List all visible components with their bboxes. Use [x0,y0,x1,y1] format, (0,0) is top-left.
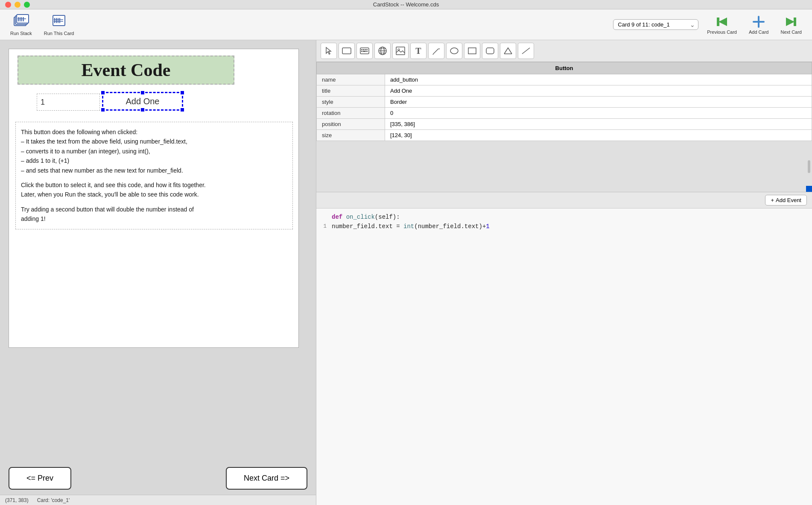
tool-webview[interactable] [374,43,391,59]
svg-rect-35 [396,47,405,55]
previous-card-label: Previous Card [707,29,737,35]
tool-roundrect[interactable] [482,43,498,59]
desc-line-4: – adds 1 to it, (+1) [21,156,287,165]
svg-rect-42 [486,48,494,54]
next-card-button[interactable]: Next Card [777,13,805,36]
tool-text[interactable]: T [410,43,426,59]
selection-handle-br [180,108,184,112]
table-row: size[124, 30] [317,130,812,141]
code-line-def: def on_click(self): [316,214,812,223]
next-card-toolbar-label: Next Card [780,29,802,35]
desc-line-5: – and sets that new number as the new te… [21,166,287,175]
tool-oval[interactable] [446,43,462,59]
right-panel: T [316,40,812,505]
prop-key: size [317,130,385,141]
table-row: styleBorder [317,97,812,108]
props-header: Button [317,62,812,74]
svg-rect-16 [717,18,719,26]
next-card-canvas-label: Next Card => [244,474,289,482]
event-code-text: Event Code [82,60,171,80]
previous-card-icon [715,15,729,29]
blue-handle [806,186,812,192]
add-event-label: Add Event [776,197,801,203]
svg-rect-28 [363,51,366,52]
table-row: rotation0 [317,108,812,119]
number-field[interactable]: 1 [37,94,100,111]
tool-image[interactable] [392,43,409,59]
status-card: Card: 'code_1' [37,497,70,503]
prop-key: rotation [317,108,385,119]
tool-button[interactable] [339,43,355,59]
selection-handle-bm [140,108,145,112]
desc-line-3: – converts it to a number (an integer), … [21,147,287,156]
prop-key: style [317,97,385,108]
event-code-label: Event Code [18,56,234,85]
desc-line-7: Later, when you Run the stack, you'll be… [21,190,287,199]
add-card-icon [752,15,765,29]
svg-line-37 [433,49,438,54]
previous-card-button[interactable]: Previous Card [704,13,740,36]
table-row: titleAdd One [317,85,812,97]
desc-line-1: This button does the following when clic… [21,127,287,137]
minimize-button[interactable] [15,2,20,8]
next-card-icon [784,15,798,29]
prop-key: title [317,85,385,97]
table-row: position[335, 386] [317,119,812,130]
title-bar: CardStock -- Welcome.cds [0,0,812,9]
code-section: + Add Event def on_click(self): 1 number… [316,192,812,505]
canvas-scroll: Event Code 1 Add One [0,40,316,462]
svg-marker-19 [786,18,794,26]
tool-keyboard[interactable] [356,43,373,59]
svg-rect-21 [342,48,351,54]
close-button[interactable] [5,2,11,8]
code-editor[interactable]: def on_click(self): 1 number_field.text … [316,208,812,505]
resize-handle[interactable] [808,160,810,173]
svg-point-40 [450,48,458,54]
tool-pointer[interactable] [321,43,337,59]
tool-line[interactable] [518,43,534,59]
card-selector[interactable]: Card 9 of 11: code_1 [613,19,698,30]
next-card-canvas-button[interactable]: Next Card => [226,467,307,490]
tool-poly[interactable] [500,43,516,59]
add-card-label: Add Card [749,29,768,35]
desc-line-6: Click the button to select it, and see t… [21,180,287,190]
tool-rect[interactable] [464,43,480,59]
prop-key: position [317,119,385,130]
toolbar: Run Stack Run This Card Card 9 of 11: co… [0,9,812,40]
prop-key: name [317,74,385,85]
description-area: This button does the following when clic… [15,122,293,229]
tool-palette: T [316,40,812,62]
run-this-card-button[interactable]: Run This Card [41,12,78,38]
inspector-empty [316,141,812,192]
properties-table: Button nameadd_buttontitleAdd OnestyleBo… [316,62,812,141]
add-event-button[interactable]: + Add Event [765,195,807,206]
svg-line-44 [522,48,530,54]
line-num-1: 1 [316,223,332,229]
window-controls [5,2,30,8]
prop-value: [335, 386] [385,119,812,130]
prev-card-button[interactable]: <= Prev [9,467,71,490]
svg-rect-20 [794,18,796,26]
prev-card-label: <= Prev [26,474,53,482]
add-one-label: Add One [126,97,160,106]
card-selector-wrap: Card 9 of 11: code_1 [613,19,698,30]
svg-rect-23 [361,49,362,50]
tool-pen[interactable] [428,43,444,59]
card-canvas: Event Code 1 Add One [9,49,299,348]
add-one-button[interactable]: Add One [102,92,183,111]
svg-rect-24 [363,49,364,50]
svg-rect-26 [366,49,368,50]
prop-value: Add One [385,85,812,97]
add-card-button[interactable]: Add Card [745,13,772,36]
run-stack-button[interactable]: Run Stack [7,12,35,38]
svg-line-39 [433,54,433,55]
add-event-icon: + [771,197,774,203]
code-toolbar: + Add Event [316,192,812,208]
status-bar: (371, 383) Card: 'code_1' [0,495,316,505]
svg-rect-29 [366,51,368,52]
maximize-button[interactable] [24,2,30,8]
run-stack-icon [13,14,29,29]
card-selector-wrapper: Card 9 of 11: code_1 [613,19,698,30]
line-num-blank [316,214,332,220]
run-this-card-icon [51,14,67,29]
